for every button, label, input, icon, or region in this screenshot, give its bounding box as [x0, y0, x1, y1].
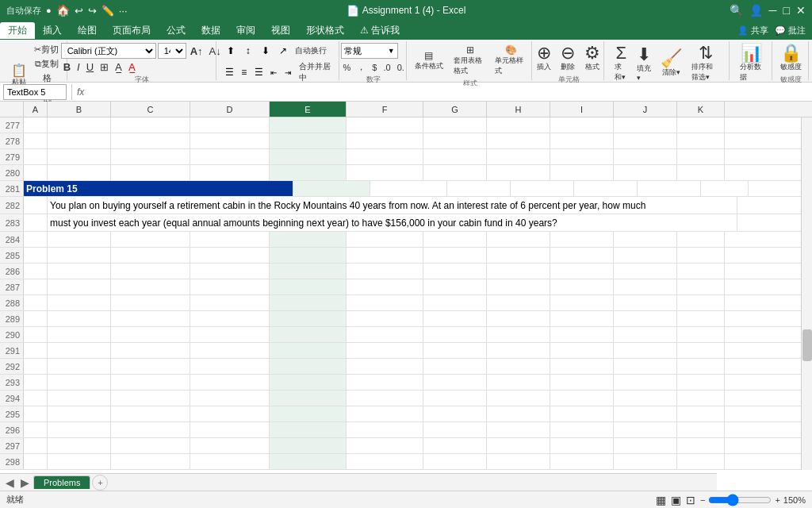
cell-k280[interactable]	[677, 165, 725, 180]
cell-c278[interactable]	[111, 133, 190, 148]
cell-c279[interactable]	[111, 149, 190, 164]
undo-icon[interactable]: ↩	[75, 5, 83, 17]
fill-button[interactable]: ⬇ 填充▾	[633, 44, 655, 83]
home-icon[interactable]: 🏠	[56, 4, 70, 17]
cell-g277[interactable]	[423, 117, 487, 133]
account-icon[interactable]: 👤	[749, 4, 763, 17]
cell-a282[interactable]	[24, 197, 48, 214]
cell-e277[interactable]	[270, 117, 347, 133]
align-bottom-button[interactable]: ⬇	[258, 43, 274, 59]
tab-help[interactable]: ⚠ 告诉我	[352, 22, 408, 39]
close-icon[interactable]: ✕	[796, 4, 806, 17]
cell-d279[interactable]	[190, 149, 270, 164]
cell-i277[interactable]	[550, 117, 614, 133]
cell-c277[interactable]	[111, 117, 190, 133]
align-middle-button[interactable]: ↕	[240, 43, 256, 59]
cell-h278[interactable]	[487, 133, 550, 148]
align-right-button[interactable]: ☰	[252, 64, 266, 80]
indent-increase-button[interactable]: ⇥	[282, 64, 295, 80]
scrollbar-thumb[interactable]	[802, 329, 812, 361]
increase-decimal-button[interactable]: .0	[381, 62, 393, 73]
cell-g280[interactable]	[423, 165, 487, 180]
font-color-button[interactable]: A̲	[126, 60, 138, 74]
add-sheet-button[interactable]: +	[92, 475, 108, 491]
cell-j277[interactable]	[614, 117, 677, 133]
edit-icon[interactable]: ✏️	[102, 5, 114, 17]
comments-button[interactable]: 💬 批注	[775, 25, 806, 37]
conditional-format-button[interactable]: ▤ 条件格式	[409, 48, 449, 73]
cell-f281[interactable]	[370, 181, 447, 196]
cell-b280[interactable]	[48, 165, 111, 180]
sheet-prev-button[interactable]: ◀	[3, 476, 17, 489]
sheet-tab-problems[interactable]: Problems	[33, 475, 90, 489]
cell-g279[interactable]	[423, 149, 487, 164]
fill-color-button[interactable]: A̲	[113, 60, 124, 74]
normal-view-icon[interactable]: ▦	[656, 494, 666, 506]
tab-view[interactable]: 视图	[263, 22, 298, 39]
cell-a283[interactable]	[24, 214, 48, 231]
border-button[interactable]: ⊞	[98, 60, 111, 74]
underline-button[interactable]: U	[84, 60, 96, 74]
col-header-c[interactable]: C	[111, 102, 190, 117]
cut-button[interactable]: ✂ 剪切	[32, 43, 62, 56]
tab-draw[interactable]: 绘图	[70, 22, 105, 39]
font-name-selector[interactable]: Calibri (正文)	[61, 43, 156, 59]
indent-decrease-button[interactable]: ⇤	[266, 64, 280, 80]
col-header-e[interactable]: E	[270, 102, 347, 117]
minimize-icon[interactable]: ─	[769, 4, 777, 17]
align-top-button[interactable]: ⬆	[223, 43, 239, 59]
cell-i280[interactable]	[550, 165, 614, 180]
cell-problem15-header[interactable]: Problem 15	[24, 181, 293, 196]
cell-j279[interactable]	[614, 149, 677, 164]
col-header-b[interactable]: B	[48, 102, 111, 117]
format-cells-button[interactable]: ⚙ 格式	[580, 43, 604, 74]
cell-a277[interactable]	[24, 117, 48, 133]
cell-a279[interactable]	[24, 149, 48, 164]
sort-filter-button[interactable]: ⇅ 排序和筛选▾	[688, 43, 723, 84]
col-header-j[interactable]: J	[614, 102, 677, 117]
currency-button[interactable]: $	[370, 62, 379, 73]
cell-d280[interactable]	[190, 165, 270, 180]
sensitivity-button[interactable]: 🔒 敏感度	[776, 43, 806, 74]
bold-button[interactable]: B	[61, 60, 73, 74]
redo-icon[interactable]: ↪	[88, 5, 97, 17]
tab-insert[interactable]: 插入	[35, 22, 70, 39]
more-icon[interactable]: ···	[119, 5, 128, 17]
col-header-h[interactable]: H	[487, 102, 550, 117]
cell-a280[interactable]	[24, 165, 48, 180]
autosave-toggle[interactable]: ●	[46, 6, 52, 15]
number-format-selector[interactable]: 常规 ▼	[341, 43, 398, 59]
clear-button[interactable]: 🧹 清除▾	[657, 48, 686, 79]
analysis-button[interactable]: 📊 分析数据	[736, 43, 767, 84]
cell-d277[interactable]	[190, 117, 270, 133]
cell-i279[interactable]	[550, 149, 614, 164]
insert-cells-button[interactable]: ⊕ 插入	[533, 43, 555, 74]
col-header-f[interactable]: F	[347, 102, 423, 117]
cell-f277[interactable]	[347, 117, 423, 133]
cell-styles-button[interactable]: 🎨 单元格样式	[492, 43, 531, 78]
name-box[interactable]	[3, 84, 67, 100]
cell-b277[interactable]	[48, 117, 111, 133]
wrap-text-button[interactable]: 自动换行	[293, 44, 329, 57]
cell-f279[interactable]	[347, 149, 423, 164]
col-header-a[interactable]: A	[24, 102, 48, 117]
tab-page-layout[interactable]: 页面布局	[105, 22, 159, 39]
cell-b279[interactable]	[48, 149, 111, 164]
cell-e281[interactable]	[293, 181, 370, 196]
sheet-next-button[interactable]: ▶	[18, 476, 32, 489]
cell-b283-text[interactable]: must you invest each year (equal annual …	[48, 214, 737, 231]
cell-f280[interactable]	[347, 165, 423, 180]
percent-style-button[interactable]: %	[341, 62, 354, 73]
zoom-out-button[interactable]: −	[700, 495, 705, 505]
cell-g278[interactable]	[423, 133, 487, 148]
cell-e279[interactable]	[270, 149, 347, 164]
cell-d278[interactable]	[190, 133, 270, 148]
cell-j281[interactable]	[638, 181, 701, 196]
cell-h277[interactable]	[487, 117, 550, 133]
align-left-button[interactable]: ☰	[223, 64, 236, 80]
sum-button[interactable]: Σ 求和▾	[611, 43, 631, 84]
page-layout-icon[interactable]: ⊡	[686, 494, 695, 506]
cell-k281[interactable]	[701, 181, 749, 196]
zoom-in-button[interactable]: +	[775, 495, 779, 505]
cell-j278[interactable]	[614, 133, 677, 148]
